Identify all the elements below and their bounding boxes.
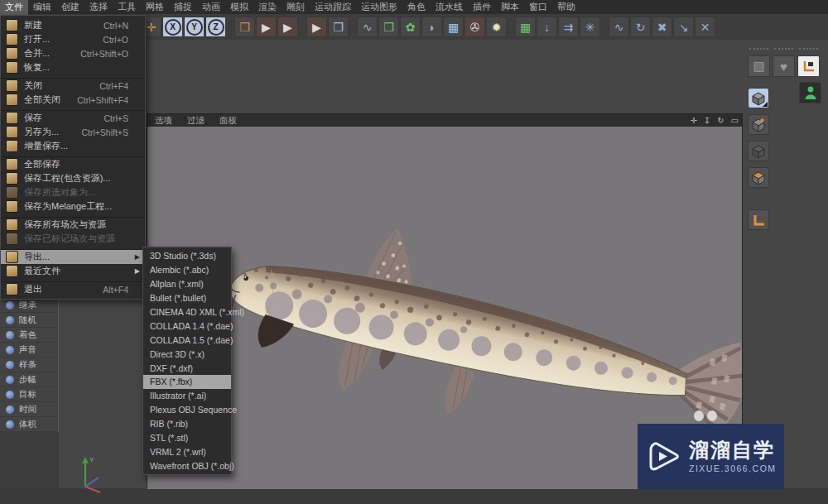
axis-mode-button[interactable] <box>748 209 769 230</box>
lock-y-axis-button[interactable]: Y <box>184 17 205 37</box>
export-format-item[interactable]: Illustrator (*.ai) <box>143 389 231 403</box>
deformer-icon[interactable]: ◗ <box>421 17 442 37</box>
lock-x-axis-button[interactable]: X <box>162 17 183 37</box>
menubar-item[interactable]: 运动跟踪 <box>310 0 356 15</box>
coordinate-system-icon[interactable]: ❒ <box>234 17 255 37</box>
effector-list-item[interactable]: 继承 <box>0 298 58 313</box>
camera-icon[interactable]: ✇ <box>465 17 485 37</box>
subdivision-surface-icon[interactable]: ❒ <box>378 17 399 37</box>
file-menu-item[interactable]: 全部保存 <box>1 156 145 171</box>
effector-list-item[interactable]: 随机 <box>0 313 58 328</box>
menubar-item[interactable]: 模拟 <box>225 0 253 15</box>
menubar-item[interactable]: 流水线 <box>431 0 468 15</box>
menubar-item[interactable]: 渲染 <box>253 0 282 15</box>
texture-mode-button[interactable] <box>748 114 769 135</box>
lock-z-axis-button[interactable]: Z <box>205 17 226 37</box>
sculpt-palette-icon[interactable]: ▨ <box>748 55 770 77</box>
file-menu-item[interactable]: 新建 Ctrl+N <box>1 18 145 32</box>
file-menu-item[interactable]: 增量保存... <box>1 139 145 153</box>
file-menu-item[interactable]: 保存所有场次与资源 <box>1 217 145 232</box>
menubar-item[interactable]: 文件 <box>0 0 28 15</box>
floor-environment-icon[interactable]: ▦ <box>443 17 464 37</box>
effector-list-item[interactable]: 目标 <box>0 387 58 402</box>
menubar-item[interactable]: 创建 <box>56 0 84 15</box>
export-format-item[interactable]: 3D Studio (*.3ds) <box>143 249 231 263</box>
render-view-icon[interactable]: ▶ <box>256 17 277 37</box>
file-menu-item[interactable]: 最近文件 ▶ <box>1 264 145 278</box>
effector-list-item[interactable]: 着色 <box>0 328 58 343</box>
export-format-item[interactable]: Alembic (*.abc) <box>143 263 231 277</box>
effector-list-item[interactable]: 体积 <box>0 417 58 432</box>
file-menu-item[interactable]: 保存 Ctrl+S <box>1 110 145 125</box>
export-format-item[interactable]: RIB (*.rib) <box>143 417 231 431</box>
menubar-item[interactable]: 运动图形 <box>356 0 402 15</box>
viewport-menu-item[interactable]: 面板 <box>212 115 244 127</box>
render-settings-icon[interactable]: ▶ <box>306 17 327 37</box>
file-menu-item[interactable]: 合并... Ctrl+Shift+O <box>1 46 145 60</box>
export-format-item[interactable]: Direct 3D (*.x) <box>143 347 231 361</box>
file-menu-item[interactable]: 另存为... Ctrl+Shift+S <box>1 125 145 139</box>
mograph-cloner-icon[interactable]: ✿ <box>400 17 421 37</box>
export-format-item[interactable]: CINEMA 4D XML (*.xml) <box>143 305 231 319</box>
export-format-item[interactable]: Allplan (*.xml) <box>143 277 231 291</box>
file-menu-item[interactable]: 退出 Alt+F4 <box>1 281 145 296</box>
menubar-item[interactable]: 雕刻 <box>282 0 310 15</box>
spline-pen-icon[interactable]: ∿ <box>357 17 378 37</box>
palette-grip[interactable] <box>749 48 768 54</box>
viewport-menu-item[interactable]: 选项 <box>147 115 180 127</box>
file-menu-item[interactable]: 关闭 Ctrl+F4 <box>1 78 145 93</box>
menubar-item[interactable]: 工具 <box>113 0 141 15</box>
menubar-item[interactable]: 脚本 <box>496 0 524 15</box>
character-mode-button[interactable] <box>799 82 821 103</box>
palette-grip[interactable] <box>774 48 793 54</box>
export-format-item[interactable]: COLLADA 1.4 (*.dae) <box>143 319 231 333</box>
menubar-item[interactable]: 角色 <box>402 0 431 15</box>
export-format-item[interactable]: FBX (*.fbx) <box>143 375 231 389</box>
file-menu-item[interactable]: 保存已标记场次与资源 <box>1 232 145 246</box>
area-light-icon[interactable]: ▦ <box>515 17 536 37</box>
zoom-view-icon[interactable]: ↧ <box>700 116 714 125</box>
model-mode-button[interactable] <box>748 88 769 108</box>
field-linear-icon[interactable]: ↓ <box>537 17 557 37</box>
export-format-item[interactable]: DXF (*.dxf) <box>143 361 231 375</box>
menubar-item[interactable]: 帮助 <box>552 0 580 15</box>
export-format-item[interactable]: COLLADA 1.5 (*.dae) <box>143 333 231 347</box>
export-format-item[interactable]: Wavefront OBJ (*.obj) <box>143 458 231 473</box>
object-mode-button[interactable] <box>748 141 769 161</box>
file-menu-item[interactable]: 保存所选对象为... <box>1 185 145 199</box>
file-menu-item[interactable]: 保存为Melange工程... <box>1 199 145 214</box>
effector-list-item[interactable]: 步幅 <box>0 372 58 387</box>
maximize-view-icon[interactable]: ▭ <box>728 116 742 125</box>
light-icon[interactable]: ✹ <box>486 17 507 37</box>
file-menu-item[interactable]: 保存工程(包含资源)... <box>1 171 145 185</box>
menubar-item[interactable]: 编辑 <box>28 0 56 15</box>
workplane-palette-icon[interactable] <box>797 55 820 77</box>
render-to-picture-viewer-icon[interactable]: ▶ <box>277 17 298 37</box>
menubar-item[interactable]: 动画 <box>197 0 225 15</box>
menubar-item[interactable]: 窗口 <box>524 0 552 15</box>
export-format-item[interactable]: STL (*.stl) <box>143 431 231 445</box>
effector-list-item[interactable]: 声音 <box>0 343 58 358</box>
export-format-item[interactable]: Bullet (*.bullet) <box>143 291 231 305</box>
field-curve-icon[interactable]: ∿ <box>609 17 629 37</box>
export-format-item[interactable]: VRML 2 (*.wrl) <box>143 444 231 458</box>
field-directional-icon[interactable]: ⇉ <box>558 17 579 37</box>
rotate-field-icon[interactable]: ↻ <box>630 17 651 37</box>
effector-list-item[interactable]: 样条 <box>0 358 58 372</box>
effector-list-item[interactable]: 时间 <box>0 402 58 417</box>
primitive-cube-icon[interactable]: ❒ <box>328 17 349 37</box>
file-menu-item[interactable]: 导出... ▶ <box>1 249 145 264</box>
rotate-view-icon[interactable]: ↻ <box>714 116 727 125</box>
file-menu-item[interactable]: 恢复... <box>1 60 145 74</box>
palette-grip[interactable] <box>799 48 818 54</box>
file-menu-item[interactable]: 打开... Ctrl+O <box>1 32 145 46</box>
pan-view-icon[interactable]: ✛ <box>686 116 700 125</box>
menubar-item[interactable]: 选择 <box>84 0 113 15</box>
snap-arrow-icon[interactable]: ↘ <box>673 17 694 37</box>
cross-field-icon[interactable]: ✕ <box>695 17 715 37</box>
polygon-mode-button[interactable] <box>748 167 769 188</box>
menubar-item[interactable]: 插件 <box>468 0 496 15</box>
heart-palette-icon[interactable]: ♥ <box>773 55 795 77</box>
viewport-menu-item[interactable]: 过滤 <box>180 115 212 127</box>
file-menu-item[interactable]: 全部关闭 Ctrl+Shift+F4 <box>1 93 145 107</box>
